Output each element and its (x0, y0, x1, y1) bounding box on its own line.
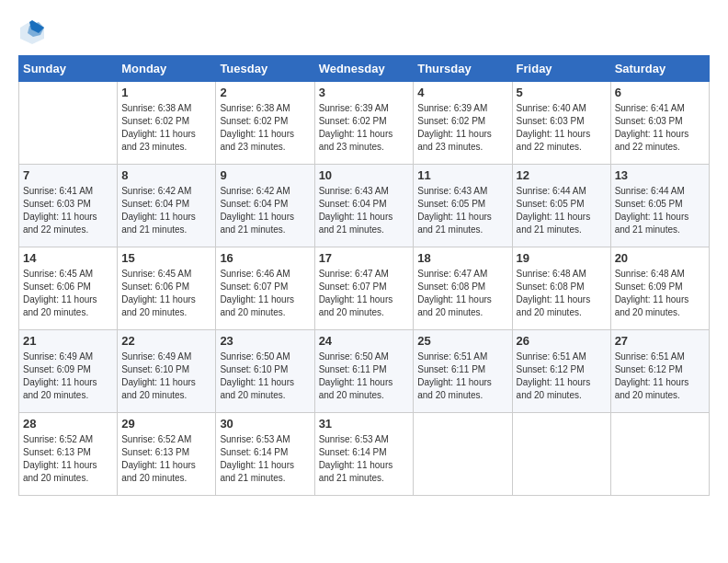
day-number: 19 (517, 251, 607, 265)
calendar-cell: 1Sunrise: 6:38 AMSunset: 6:02 PMDaylight… (118, 82, 216, 165)
day-number: 1 (121, 86, 211, 99)
day-info: Sunrise: 6:46 AMSunset: 6:07 PMDaylight:… (220, 268, 310, 319)
day-info: Sunrise: 6:40 AMSunset: 6:03 PMDaylight:… (517, 102, 607, 154)
day-number: 21 (23, 334, 113, 348)
calendar-cell: 12Sunrise: 6:44 AMSunset: 6:05 PMDayligh… (512, 165, 610, 247)
calendar-cell: 13Sunrise: 6:44 AMSunset: 6:05 PMDayligh… (610, 165, 709, 247)
day-info: Sunrise: 6:41 AMSunset: 6:03 PMDaylight:… (23, 185, 113, 236)
calendar-cell: 19Sunrise: 6:48 AMSunset: 6:08 PMDayligh… (512, 247, 610, 330)
calendar-cell: 27Sunrise: 6:51 AMSunset: 6:12 PMDayligh… (610, 330, 709, 413)
page-header (18, 18, 710, 46)
calendar-cell: 30Sunrise: 6:53 AMSunset: 6:14 PMDayligh… (216, 413, 314, 496)
day-info: Sunrise: 6:53 AMSunset: 6:14 PMDaylight:… (319, 433, 410, 485)
calendar-cell: 31Sunrise: 6:53 AMSunset: 6:14 PMDayligh… (314, 413, 414, 496)
day-info: Sunrise: 6:53 AMSunset: 6:14 PMDaylight:… (220, 433, 310, 485)
calendar-header: SundayMondayTuesdayWednesdayThursdayFrid… (19, 56, 710, 82)
day-info: Sunrise: 6:45 AMSunset: 6:06 PMDaylight:… (23, 268, 113, 319)
day-header-friday: Friday (512, 56, 610, 82)
calendar-cell: 3Sunrise: 6:39 AMSunset: 6:02 PMDaylight… (314, 82, 414, 165)
day-number: 5 (517, 86, 607, 99)
day-number: 2 (220, 86, 310, 99)
day-info: Sunrise: 6:51 AMSunset: 6:12 PMDaylight:… (517, 350, 607, 402)
calendar-cell: 10Sunrise: 6:43 AMSunset: 6:04 PMDayligh… (314, 165, 414, 247)
day-info: Sunrise: 6:39 AMSunset: 6:02 PMDaylight:… (417, 102, 507, 154)
calendar-cell: 25Sunrise: 6:51 AMSunset: 6:11 PMDayligh… (414, 330, 512, 413)
day-number: 15 (121, 251, 211, 265)
logo (18, 18, 48, 46)
day-header-thursday: Thursday (414, 56, 512, 82)
day-number: 18 (417, 251, 507, 265)
calendar-cell (414, 413, 512, 496)
day-number: 20 (615, 251, 705, 265)
day-info: Sunrise: 6:49 AMSunset: 6:10 PMDaylight:… (121, 350, 211, 402)
calendar-cell: 21Sunrise: 6:49 AMSunset: 6:09 PMDayligh… (19, 330, 118, 413)
day-info: Sunrise: 6:51 AMSunset: 6:11 PMDaylight:… (417, 350, 507, 402)
calendar-week-2: 7Sunrise: 6:41 AMSunset: 6:03 PMDaylight… (19, 165, 710, 247)
day-info: Sunrise: 6:50 AMSunset: 6:11 PMDaylight:… (319, 350, 410, 402)
day-number: 26 (517, 334, 607, 348)
calendar-cell: 17Sunrise: 6:47 AMSunset: 6:07 PMDayligh… (314, 247, 414, 330)
calendar-cell (19, 82, 118, 165)
calendar-week-5: 28Sunrise: 6:52 AMSunset: 6:13 PMDayligh… (19, 413, 710, 496)
day-number: 8 (121, 168, 211, 182)
day-info: Sunrise: 6:47 AMSunset: 6:07 PMDaylight:… (319, 268, 410, 319)
calendar-week-1: 1Sunrise: 6:38 AMSunset: 6:02 PMDaylight… (19, 82, 710, 165)
day-info: Sunrise: 6:38 AMSunset: 6:02 PMDaylight:… (121, 102, 211, 154)
calendar-week-3: 14Sunrise: 6:45 AMSunset: 6:06 PMDayligh… (19, 247, 710, 330)
day-info: Sunrise: 6:52 AMSunset: 6:13 PMDaylight:… (23, 433, 113, 485)
calendar-table: SundayMondayTuesdayWednesdayThursdayFrid… (18, 55, 710, 496)
day-number: 12 (517, 168, 607, 182)
calendar-week-4: 21Sunrise: 6:49 AMSunset: 6:09 PMDayligh… (19, 330, 710, 413)
calendar-cell: 2Sunrise: 6:38 AMSunset: 6:02 PMDaylight… (216, 82, 314, 165)
day-header-sunday: Sunday (19, 56, 118, 82)
day-info: Sunrise: 6:44 AMSunset: 6:05 PMDaylight:… (615, 185, 705, 236)
day-number: 4 (417, 86, 507, 99)
calendar-cell (610, 413, 709, 496)
calendar-cell: 11Sunrise: 6:43 AMSunset: 6:05 PMDayligh… (414, 165, 512, 247)
calendar-cell: 23Sunrise: 6:50 AMSunset: 6:10 PMDayligh… (216, 330, 314, 413)
calendar-cell: 20Sunrise: 6:48 AMSunset: 6:09 PMDayligh… (610, 247, 709, 330)
day-number: 25 (417, 334, 507, 348)
calendar-cell: 22Sunrise: 6:49 AMSunset: 6:10 PMDayligh… (118, 330, 216, 413)
calendar-cell (512, 413, 610, 496)
day-info: Sunrise: 6:47 AMSunset: 6:08 PMDaylight:… (417, 268, 507, 319)
day-info: Sunrise: 6:48 AMSunset: 6:09 PMDaylight:… (615, 268, 705, 319)
calendar-cell: 24Sunrise: 6:50 AMSunset: 6:11 PMDayligh… (314, 330, 414, 413)
calendar-cell: 15Sunrise: 6:45 AMSunset: 6:06 PMDayligh… (118, 247, 216, 330)
day-header-monday: Monday (118, 56, 216, 82)
day-header-wednesday: Wednesday (314, 56, 414, 82)
day-number: 6 (615, 86, 705, 99)
calendar-cell: 29Sunrise: 6:52 AMSunset: 6:13 PMDayligh… (118, 413, 216, 496)
day-number: 11 (417, 168, 507, 182)
calendar-cell: 28Sunrise: 6:52 AMSunset: 6:13 PMDayligh… (19, 413, 118, 496)
calendar-cell: 8Sunrise: 6:42 AMSunset: 6:04 PMDaylight… (118, 165, 216, 247)
calendar-body: 1Sunrise: 6:38 AMSunset: 6:02 PMDaylight… (19, 82, 710, 496)
calendar-cell: 9Sunrise: 6:42 AMSunset: 6:04 PMDaylight… (216, 165, 314, 247)
calendar-cell: 16Sunrise: 6:46 AMSunset: 6:07 PMDayligh… (216, 247, 314, 330)
calendar-cell: 18Sunrise: 6:47 AMSunset: 6:08 PMDayligh… (414, 247, 512, 330)
calendar-cell: 6Sunrise: 6:41 AMSunset: 6:03 PMDaylight… (610, 82, 709, 165)
day-header-tuesday: Tuesday (216, 56, 314, 82)
calendar-cell: 14Sunrise: 6:45 AMSunset: 6:06 PMDayligh… (19, 247, 118, 330)
day-number: 13 (615, 168, 705, 182)
day-number: 10 (319, 168, 410, 182)
day-number: 16 (220, 251, 310, 265)
day-number: 30 (220, 417, 310, 431)
day-number: 3 (319, 86, 410, 99)
day-info: Sunrise: 6:43 AMSunset: 6:05 PMDaylight:… (417, 185, 507, 236)
calendar-cell: 7Sunrise: 6:41 AMSunset: 6:03 PMDaylight… (19, 165, 118, 247)
day-info: Sunrise: 6:41 AMSunset: 6:03 PMDaylight:… (615, 102, 705, 154)
day-number: 31 (319, 417, 410, 431)
day-number: 23 (220, 334, 310, 348)
logo-icon (18, 18, 46, 46)
day-info: Sunrise: 6:51 AMSunset: 6:12 PMDaylight:… (615, 350, 705, 402)
calendar-cell: 26Sunrise: 6:51 AMSunset: 6:12 PMDayligh… (512, 330, 610, 413)
day-header-saturday: Saturday (610, 56, 709, 82)
calendar-cell: 4Sunrise: 6:39 AMSunset: 6:02 PMDaylight… (414, 82, 512, 165)
day-number: 28 (23, 417, 113, 431)
day-info: Sunrise: 6:50 AMSunset: 6:10 PMDaylight:… (220, 350, 310, 402)
day-info: Sunrise: 6:49 AMSunset: 6:09 PMDaylight:… (23, 350, 113, 402)
day-info: Sunrise: 6:38 AMSunset: 6:02 PMDaylight:… (220, 102, 310, 154)
day-number: 9 (220, 168, 310, 182)
day-info: Sunrise: 6:48 AMSunset: 6:08 PMDaylight:… (517, 268, 607, 319)
